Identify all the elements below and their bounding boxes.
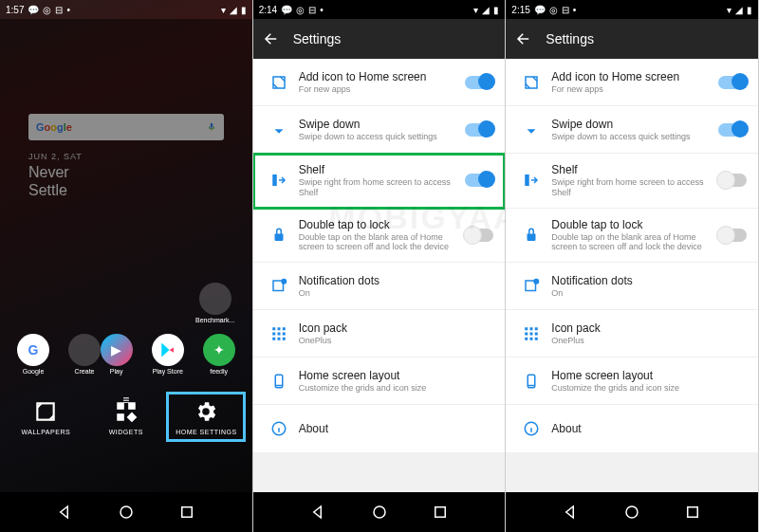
more-icon: • bbox=[320, 5, 324, 15]
addicon-icon bbox=[263, 74, 295, 91]
settings-row-iconpack[interactable]: Icon packOnePlus bbox=[253, 310, 506, 358]
switch-icon: ⊟ bbox=[562, 5, 569, 15]
svg-rect-38 bbox=[530, 337, 533, 339]
svg-rect-17 bbox=[272, 337, 275, 339]
row-title: Notification dots bbox=[551, 274, 747, 287]
toggle-shelf[interactable] bbox=[465, 174, 493, 187]
settings-header: Settings bbox=[253, 19, 506, 59]
row-title: Swipe down bbox=[299, 118, 466, 131]
row-subtitle: Swipe right from home screen to access S… bbox=[551, 177, 718, 198]
swipedown-icon bbox=[263, 121, 295, 138]
settings-row-swipedown[interactable]: Swipe downSwipe down to access quick set… bbox=[506, 106, 758, 154]
back-arrow-icon[interactable] bbox=[515, 30, 532, 47]
doubletap-icon bbox=[263, 227, 295, 244]
svg-rect-19 bbox=[282, 337, 285, 339]
row-subtitle: On bbox=[551, 288, 747, 299]
toggle-doubletap[interactable] bbox=[465, 229, 493, 242]
toggle-swipedown[interactable] bbox=[465, 123, 493, 137]
clock: 1:57 bbox=[6, 5, 24, 15]
settings-row-addicon[interactable]: Add icon to Home screenFor new apps bbox=[253, 59, 506, 106]
app-play-store[interactable]: Play Store bbox=[148, 334, 188, 375]
wallpapers-button[interactable]: WALLPAPERS bbox=[12, 398, 79, 435]
row-subtitle: On bbox=[299, 288, 494, 299]
svg-rect-18 bbox=[277, 337, 280, 339]
row-title: Home screen layout bbox=[299, 369, 494, 382]
row-title: Notification dots bbox=[299, 274, 494, 287]
settings-list: Add icon to Home screenFor new appsSwipe… bbox=[506, 59, 758, 452]
svg-rect-46 bbox=[688, 507, 698, 518]
settings-row-addicon[interactable]: Add icon to Home screenFor new apps bbox=[506, 59, 758, 106]
svg-rect-33 bbox=[535, 327, 538, 330]
svg-point-45 bbox=[626, 506, 638, 518]
settings-row-about[interactable]: About bbox=[506, 405, 758, 452]
widgets-button[interactable]: WIDGETS bbox=[93, 398, 159, 435]
about-icon bbox=[515, 420, 547, 437]
settings-row-notifdots[interactable]: Notification dotsOn bbox=[253, 263, 506, 310]
row-title: Swipe down bbox=[551, 118, 718, 131]
nav-home[interactable] bbox=[371, 504, 388, 521]
svg-rect-32 bbox=[530, 327, 533, 330]
svg-rect-16 bbox=[282, 332, 285, 335]
nav-bar bbox=[253, 492, 506, 532]
doubletap-icon bbox=[515, 227, 547, 244]
settings-row-homelayout[interactable]: Home screen layoutCustomize the grids an… bbox=[253, 358, 506, 405]
nav-home[interactable] bbox=[118, 504, 135, 521]
nav-bar bbox=[0, 492, 252, 532]
switch-icon: ⊟ bbox=[308, 5, 316, 15]
settings-row-swipedown[interactable]: Swipe downSwipe down to access quick set… bbox=[253, 106, 506, 154]
settings-row-doubletap[interactable]: Double tap to lockDouble tap on the blan… bbox=[253, 209, 506, 264]
settings-row-homelayout[interactable]: Home screen layoutCustomize the grids an… bbox=[506, 358, 758, 405]
app-google[interactable]: GGoogle bbox=[13, 334, 53, 375]
settings-title: Settings bbox=[293, 31, 342, 46]
toggle-addicon[interactable] bbox=[465, 76, 493, 89]
signal-icon: ◢ bbox=[482, 5, 490, 15]
settings-row-doubletap[interactable]: Double tap to lockDouble tap on the blan… bbox=[506, 209, 758, 264]
toggle-doubletap[interactable] bbox=[718, 229, 747, 242]
nav-back[interactable] bbox=[563, 504, 580, 521]
toggle-addicon[interactable] bbox=[718, 76, 747, 89]
svg-rect-1 bbox=[117, 402, 124, 410]
clock: 2:14 bbox=[259, 5, 277, 15]
home-settings-button[interactable]: HOME SETTINGS bbox=[173, 398, 239, 435]
nav-recent[interactable] bbox=[178, 504, 195, 521]
svg-point-25 bbox=[374, 506, 385, 518]
nav-recent[interactable] bbox=[432, 504, 449, 521]
switch-icon: ⊟ bbox=[55, 5, 63, 15]
homelayout-icon bbox=[263, 373, 295, 390]
row-subtitle: For new apps bbox=[299, 84, 466, 95]
signal-icon: ◢ bbox=[230, 5, 237, 15]
nav-back[interactable] bbox=[310, 504, 327, 521]
shelf-icon bbox=[263, 172, 295, 189]
camera-icon: ◎ bbox=[549, 5, 558, 15]
settings-row-notifdots[interactable]: Notification dotsOn bbox=[506, 263, 758, 310]
svg-rect-8 bbox=[272, 174, 277, 186]
nav-back[interactable] bbox=[57, 504, 74, 521]
settings-row-shelf[interactable]: ShelfSwipe right from home screen to acc… bbox=[253, 154, 506, 209]
app-play[interactable]: ▶Play bbox=[97, 334, 137, 375]
nav-home[interactable] bbox=[623, 504, 640, 521]
svg-rect-3 bbox=[117, 413, 124, 421]
folder-benchmark[interactable]: Benchmark... bbox=[195, 283, 235, 323]
row-title: Home screen layout bbox=[551, 369, 747, 382]
nav-recent[interactable] bbox=[684, 504, 701, 521]
app-feedly[interactable]: ✦feedly bbox=[199, 334, 239, 375]
settings-row-about[interactable]: About bbox=[253, 405, 506, 452]
svg-rect-26 bbox=[435, 507, 445, 518]
toggle-swipedown[interactable] bbox=[718, 123, 747, 137]
toggle-shelf[interactable] bbox=[718, 174, 747, 187]
camera-icon: ◎ bbox=[296, 5, 305, 15]
row-subtitle: Swipe down to access quick settings bbox=[551, 132, 718, 142]
row-subtitle: Customize the grids and icon size bbox=[299, 383, 494, 394]
shelf-icon bbox=[515, 172, 547, 189]
row-title: Icon pack bbox=[299, 321, 494, 335]
back-arrow-icon[interactable] bbox=[263, 30, 280, 47]
homelayout-icon bbox=[515, 373, 547, 390]
row-title: Shelf bbox=[299, 163, 466, 176]
iconpack-icon bbox=[515, 325, 547, 342]
row-subtitle: OnePlus bbox=[299, 336, 494, 346]
phone-home-screen: 1:57💬◎⊟• ▾◢▮ Google JUN 2, SAT NeverSett… bbox=[0, 0, 253, 532]
phone-settings-shelf-on: 2:14💬◎⊟• ▾◢▮ Settings Add icon to Home s… bbox=[253, 0, 507, 532]
svg-rect-36 bbox=[535, 332, 538, 335]
settings-row-iconpack[interactable]: Icon packOnePlus bbox=[506, 310, 758, 358]
settings-row-shelf[interactable]: ShelfSwipe right from home screen to acc… bbox=[506, 154, 758, 209]
